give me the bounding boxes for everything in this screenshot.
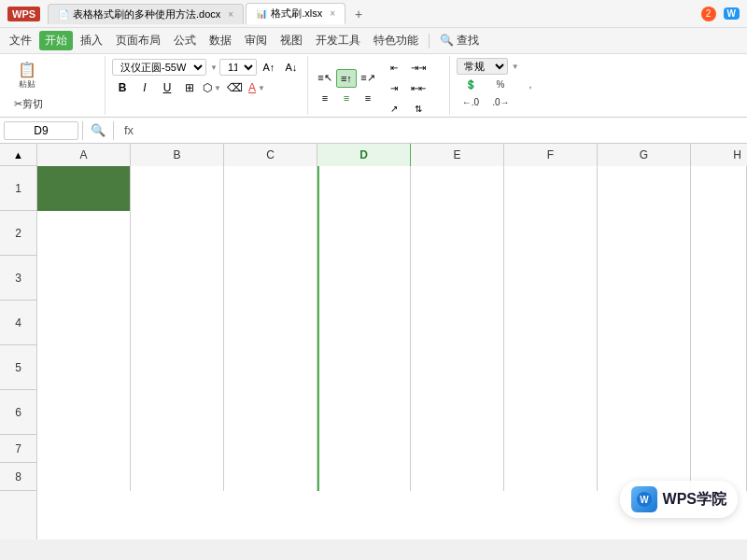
- align-top-left-button[interactable]: ≡↖: [315, 69, 335, 88]
- cell-b7[interactable]: [131, 435, 224, 463]
- cell-a1[interactable]: [37, 166, 131, 211]
- cell-b6[interactable]: [131, 390, 224, 435]
- row-num-6[interactable]: 6: [0, 390, 36, 435]
- col-header-a[interactable]: A: [37, 144, 131, 166]
- cell-f2[interactable]: [504, 211, 598, 256]
- cell-a5[interactable]: [37, 345, 131, 390]
- cell-h3[interactable]: [691, 256, 747, 301]
- font-size-selector[interactable]: 11: [219, 59, 257, 76]
- indent-less-button[interactable]: ⇤⇤: [408, 78, 429, 97]
- cell-b4[interactable]: [131, 301, 224, 345]
- cell-g1[interactable]: [598, 166, 691, 211]
- row-num-8[interactable]: 8: [0, 463, 36, 491]
- thousands-button[interactable]: ,: [516, 77, 544, 92]
- formula-input[interactable]: [144, 122, 743, 139]
- cell-b5[interactable]: [131, 345, 224, 390]
- row-num-2[interactable]: 2: [0, 211, 36, 256]
- currency-button[interactable]: 💲: [457, 77, 485, 92]
- col-header-f[interactable]: F: [504, 144, 598, 166]
- cell-e4[interactable]: [411, 301, 504, 345]
- cell-c7[interactable]: [224, 435, 317, 463]
- row-num-3[interactable]: 3: [0, 256, 36, 301]
- wps-academy-panel[interactable]: W WPS学院: [620, 481, 738, 518]
- cell-d8[interactable]: [317, 463, 411, 491]
- doc-tab-1[interactable]: 📄 表格格式刷的多种使用方法.docx ×: [48, 4, 244, 24]
- add-tab-button[interactable]: +: [347, 4, 370, 24]
- align-center-button[interactable]: ≡: [336, 89, 357, 107]
- text-rotate-button[interactable]: ↗: [384, 99, 404, 118]
- cell-g4[interactable]: [598, 301, 691, 345]
- cell-e8[interactable]: [411, 463, 504, 491]
- menu-special[interactable]: 特色功能: [368, 31, 424, 50]
- cell-e5[interactable]: [411, 345, 504, 390]
- cell-e1[interactable]: [411, 166, 504, 211]
- cell-a4[interactable]: [37, 301, 131, 345]
- cell-f5[interactable]: [504, 345, 598, 390]
- fill-color-button[interactable]: ⬡ ▼: [202, 78, 222, 97]
- menu-pagelayout[interactable]: 页面布局: [110, 31, 166, 50]
- zoom-icon[interactable]: 🔍: [87, 119, 109, 142]
- underline-button[interactable]: U: [157, 78, 177, 97]
- text-dir-button[interactable]: ⇅: [408, 99, 429, 118]
- cell-d4[interactable]: [317, 301, 411, 345]
- row-num-4[interactable]: 4: [0, 301, 36, 345]
- cell-d6[interactable]: [317, 390, 411, 435]
- cell-f4[interactable]: [504, 301, 598, 345]
- cell-d5[interactable]: [317, 345, 411, 390]
- cell-a2[interactable]: [37, 211, 131, 256]
- cell-d3[interactable]: [317, 256, 411, 301]
- border-button[interactable]: ⊞: [179, 78, 200, 97]
- paste-button[interactable]: 📋 粘贴: [9, 58, 45, 93]
- bold-button[interactable]: B: [112, 78, 133, 97]
- cell-f3[interactable]: [504, 256, 598, 301]
- close-doc-tab1[interactable]: ×: [228, 9, 233, 20]
- cell-g2[interactable]: [598, 211, 691, 256]
- col-header-g[interactable]: G: [598, 144, 691, 166]
- cell-c3[interactable]: [224, 256, 317, 301]
- align-right-button[interactable]: ≡: [358, 89, 378, 107]
- cell-c5[interactable]: [224, 345, 317, 390]
- doc-tab-2[interactable]: 📊 格式刷.xlsx ×: [246, 3, 345, 24]
- menu-insert[interactable]: 插入: [75, 31, 108, 50]
- menu-developer[interactable]: 开发工具: [310, 31, 366, 50]
- row-num-5[interactable]: 5: [0, 345, 36, 390]
- cell-d7[interactable]: [317, 435, 411, 463]
- cell-c4[interactable]: [224, 301, 317, 345]
- cell-f8[interactable]: [504, 463, 598, 491]
- cell-e6[interactable]: [411, 390, 504, 435]
- indent-more-button[interactable]: ⇥⇥: [408, 58, 429, 77]
- percent-button[interactable]: %: [486, 77, 514, 92]
- cell-h6[interactable]: [691, 390, 747, 435]
- cell-e2[interactable]: [411, 211, 504, 256]
- col-header-h[interactable]: H: [691, 144, 747, 166]
- cell-a8[interactable]: [37, 463, 131, 491]
- italic-button[interactable]: I: [134, 78, 155, 97]
- cell-g5[interactable]: [598, 345, 691, 390]
- row-num-7[interactable]: 7: [0, 435, 36, 463]
- font-name-selector[interactable]: 汉仪正圆-55W: [112, 59, 206, 76]
- col-header-d[interactable]: D: [317, 144, 411, 166]
- col-header-b[interactable]: B: [131, 144, 224, 166]
- row-num-1[interactable]: 1: [0, 166, 36, 211]
- number-format-selector[interactable]: 常规: [457, 58, 508, 75]
- close-doc-tab2[interactable]: ×: [330, 8, 335, 19]
- font-decrease-button[interactable]: A↓: [281, 58, 302, 77]
- align-top-center-button[interactable]: ≡↑: [336, 69, 357, 88]
- menu-file[interactable]: 文件: [4, 31, 37, 50]
- notification-badge[interactable]: 2: [701, 7, 716, 21]
- cell-b3[interactable]: [131, 256, 224, 301]
- cell-e7[interactable]: [411, 435, 504, 463]
- cell-h4[interactable]: [691, 301, 747, 345]
- cell-g7[interactable]: [598, 435, 691, 463]
- cell-c1[interactable]: [224, 166, 317, 211]
- cell-b1[interactable]: [131, 166, 224, 211]
- col-header-c[interactable]: C: [224, 144, 317, 166]
- cell-b8[interactable]: [131, 463, 224, 491]
- cell-a3[interactable]: [37, 256, 131, 301]
- cell-h7[interactable]: [691, 435, 747, 463]
- menu-search[interactable]: 🔍 查找: [434, 31, 485, 50]
- indent-increase-button[interactable]: ⇥: [384, 78, 404, 97]
- align-left-button[interactable]: ≡: [315, 89, 335, 107]
- indent-decrease-button[interactable]: ⇤: [384, 58, 404, 77]
- decrease-decimal-button[interactable]: ←.0: [457, 94, 485, 110]
